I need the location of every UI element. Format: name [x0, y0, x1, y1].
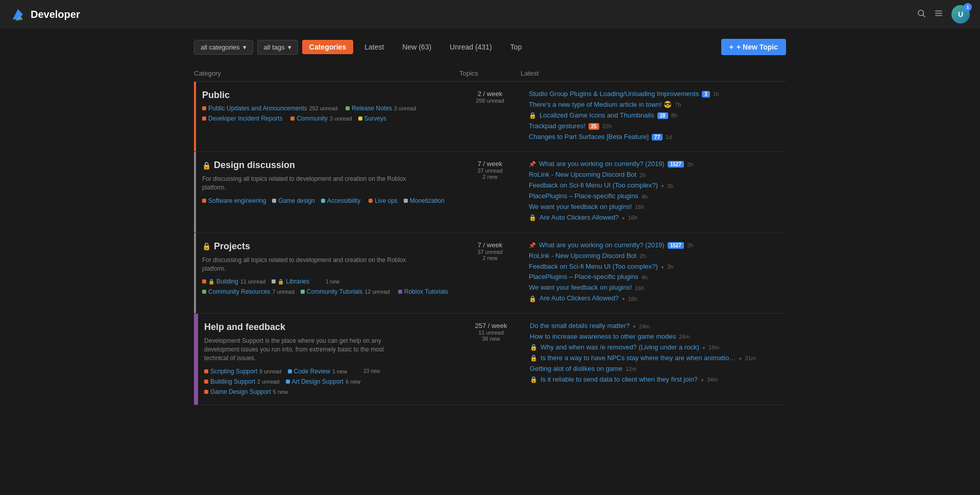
subcat-community-resources[interactable]: Community Resources: [208, 288, 270, 295]
topic-link[interactable]: Trackpad gestures!: [529, 122, 585, 131]
header-right: U 1: [917, 5, 970, 23]
svg-point-2: [918, 10, 924, 16]
topic-link[interactable]: Changes to Part Surfaces [Beta Feature]: [529, 133, 649, 142]
topics-new: 2 new: [463, 174, 517, 180]
subcat-incident-reports[interactable]: Developer Incident Reports: [208, 115, 282, 122]
subcat-row: Live ops Monetization: [369, 197, 445, 204]
subcat-public-updates[interactable]: Public Updates and Announcements: [208, 105, 307, 112]
logo[interactable]: Developer: [10, 7, 80, 22]
latest-topic: Feedback on Sci-fi Menu UI (Too complex?…: [529, 181, 786, 190]
tab-top[interactable]: Top: [503, 40, 529, 54]
topic-link[interactable]: Studio Group Plugins & Loading/Unloading…: [529, 90, 699, 99]
topic-link[interactable]: RoLink - New Upcoming Discord Bot: [529, 252, 636, 261]
category-projects-desc: For discussing all topics related to dev…: [202, 256, 406, 273]
pin-icon: 📌: [529, 242, 536, 249]
bullet: ●: [661, 264, 664, 270]
subcat-dot: [204, 369, 208, 373]
category-design-link[interactable]: Design discussion: [214, 160, 295, 171]
topic-link[interactable]: PlacePlugins – Place-specific plugins: [529, 192, 639, 201]
subcat-software-eng[interactable]: Software engineering: [208, 197, 266, 204]
topic-link[interactable]: Are Auto Clickers Allowed?: [540, 294, 619, 303]
subcat-building-support[interactable]: Building Support: [210, 378, 255, 385]
subcat-community[interactable]: Community: [297, 115, 328, 122]
category-public-left: Public Public Updates and Announcements …: [194, 82, 459, 151]
topic-link[interactable]: How to increase awareness to other game …: [530, 333, 676, 341]
category-help-name: Help and feedback: [204, 322, 452, 333]
topic-link[interactable]: Are Auto Clickers Allowed?: [540, 214, 619, 222]
topic-link[interactable]: What are you working on currently? (2019…: [539, 160, 665, 169]
latest-topic: 📌 What are you working on currently? (20…: [529, 160, 786, 169]
subcat-scripting[interactable]: Scripting Support: [210, 368, 257, 375]
subcat-game-design-support[interactable]: Game Design Support: [210, 388, 271, 395]
topic-link[interactable]: Feedback on Sci-fi Menu UI (Too complex?…: [529, 263, 658, 271]
col-topics: Topics: [459, 69, 521, 77]
topic-link[interactable]: We want your feedback on plugins!: [529, 284, 632, 292]
topic-link[interactable]: We want your feedback on plugins!: [529, 203, 632, 211]
category-public: Public Public Updates and Announcements …: [194, 82, 786, 152]
topic-link[interactable]: PlacePlugins – Place-specific plugins: [529, 273, 639, 281]
subcategories-help: Scripting Support 9 unread Code Review 1…: [204, 368, 452, 396]
new-topic-button[interactable]: + + New Topic: [721, 39, 786, 55]
topic-link[interactable]: Why and when was /e removed? (Living und…: [541, 343, 699, 352]
subcat-dot: [204, 380, 208, 384]
subcat-dot: [398, 290, 402, 294]
topic-link[interactable]: Do the small details really matter?: [530, 322, 630, 331]
menu-icon[interactable]: [934, 9, 943, 20]
subcat-release-notes[interactable]: Release Notes: [352, 105, 392, 112]
topic-link[interactable]: Is there a way to have NPCs stay where t…: [541, 354, 736, 363]
subcat-row: Software engineering Game design Accessi…: [202, 197, 360, 204]
subcategories-projects: 🔒 Building 11 unread 🔒 Libraries 1 new C…: [202, 278, 451, 296]
avatar-button[interactable]: U 1: [951, 5, 970, 23]
subcat-surveys[interactable]: Surveys: [364, 115, 386, 122]
subcat-community-tutorials[interactable]: Community Tutorials: [307, 288, 362, 295]
chevron-down-icon-2: ▾: [288, 43, 291, 51]
category-projects-left: 🔒 Projects For discussing all topics rel…: [194, 233, 459, 313]
subcategories-public: Public Updates and Announcements 292 unr…: [202, 105, 451, 123]
filter-categories-label: all categories: [201, 43, 240, 51]
filter-categories[interactable]: all categories ▾: [194, 40, 253, 55]
topic-link[interactable]: Getting alot of dislikes on game: [530, 365, 622, 373]
subcat-row: 1 new: [317, 278, 339, 285]
subcat-dot: [288, 369, 292, 373]
subcat-code-review[interactable]: Code Review: [294, 368, 330, 375]
subcat-art-design[interactable]: Art Design Support: [292, 378, 344, 385]
topic-time: 1h: [713, 91, 719, 97]
subcat-live-ops[interactable]: Live ops: [375, 197, 398, 204]
category-help-link[interactable]: Help and feedback: [204, 322, 285, 333]
subcat-dot: [346, 106, 350, 110]
tab-categories[interactable]: Categories: [302, 40, 353, 54]
tab-latest[interactable]: Latest: [357, 40, 391, 54]
latest-topic: 🔒 Why and when was /e removed? (Living u…: [530, 343, 786, 352]
subcat-roblox-tutorials[interactable]: Roblox Tutorials: [404, 288, 448, 295]
tab-unread[interactable]: Unread (431): [443, 40, 499, 54]
category-public-link[interactable]: Public: [202, 90, 230, 101]
topic-link[interactable]: There's a new type of Medium article in …: [529, 101, 672, 109]
topic-link[interactable]: Feedback on Sci-fi Menu UI (Too complex?…: [529, 181, 658, 190]
tab-new[interactable]: New (63): [395, 40, 438, 54]
subcat-game-design[interactable]: Game design: [278, 197, 314, 204]
topic-link[interactable]: What are you working on currently? (2019…: [539, 241, 665, 250]
chevron-down-icon: ▾: [243, 43, 247, 51]
subcat-accessibility[interactable]: Accessibility: [327, 197, 360, 204]
subcat-dot: [202, 106, 206, 110]
topic-time: 18m: [708, 344, 719, 350]
filter-tags[interactable]: all tags ▾: [257, 40, 298, 55]
bullet: ●: [661, 183, 664, 188]
topic-time: 4h: [642, 274, 648, 280]
topic-link[interactable]: Localized Game Icons and Thumbnails: [540, 111, 654, 120]
subcat-libraries[interactable]: Libraries: [286, 278, 309, 285]
topic-time: 24m: [639, 323, 650, 329]
search-icon[interactable]: [917, 9, 926, 20]
category-help-desc: Development Support is the place where y…: [204, 337, 408, 362]
locked-icon: 🔒: [529, 295, 536, 302]
topics-per-week: 7 / week: [463, 160, 517, 168]
topics-unread: 298 unread: [463, 98, 517, 104]
latest-topic: 📌 What are you working on currently? (20…: [529, 241, 786, 250]
topic-link[interactable]: RoLink - New Upcoming Discord Bot: [529, 171, 636, 179]
subcat-monetization[interactable]: Monetization: [410, 197, 445, 204]
topic-link[interactable]: Is it reliable to send data to client wh…: [541, 375, 698, 384]
category-projects-link[interactable]: Projects: [214, 241, 250, 252]
lock-small: 🔒: [208, 279, 214, 285]
subcat-building[interactable]: Building: [216, 278, 238, 285]
latest-topic: PlacePlugins – Place-specific plugins 4h: [529, 192, 786, 201]
